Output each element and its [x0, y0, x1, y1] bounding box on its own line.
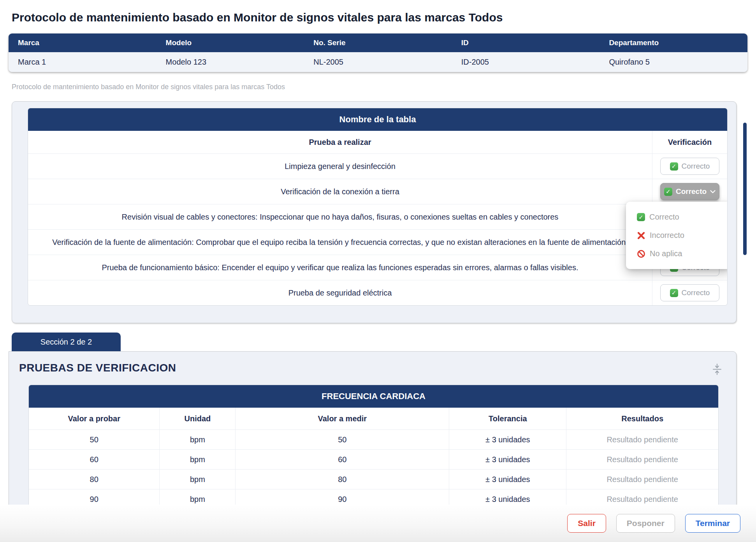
table-row: Prueba de seguridad eléctrica ✓ Correcto [28, 280, 727, 305]
no-entry-icon [637, 250, 645, 258]
check-icon: ✓ [637, 213, 645, 221]
collapse-section-button[interactable] [710, 362, 724, 378]
equipment-table-header: Marca Modelo No. Serie ID Departamento [9, 33, 747, 52]
result-pending: Resultado pendiente [566, 430, 718, 449]
table-row: Revisión visual de cables y conectores: … [28, 204, 727, 230]
table-row: Verificación de la fuente de alimentació… [28, 230, 727, 255]
col-marca: Marca [9, 39, 156, 47]
section2-heading: PRUEBAS DE VERIFICACION [19, 362, 176, 374]
menu-item-incorrecto[interactable]: Incorrecto [626, 226, 728, 245]
table-row: 60 bpm 60 ± 3 unidades Resultado pendien… [29, 450, 718, 470]
col-valor-a-probar: Valor a probar [29, 408, 160, 429]
verification-dropdown-menu: ✓ Correcto Incorrecto [626, 202, 728, 269]
exit-button[interactable]: Salir [567, 514, 606, 533]
maintenance-protocol-screen: Protocolo de mantenimiento basado en Mon… [0, 0, 756, 542]
value-id: ID-2005 [452, 58, 600, 67]
verification-dropdown-button-open[interactable]: ✓ Correcto [660, 183, 719, 200]
result-pending: Resultado pendiente [566, 470, 718, 489]
finish-button[interactable]: Terminar [685, 514, 740, 533]
col-departamento: Departamento [600, 39, 747, 47]
check-icon: ✓ [664, 188, 672, 196]
test-label: Revisión visual de cables y conectores: … [28, 204, 652, 229]
footer-action-bar: Salir Posponer Terminar [0, 505, 756, 542]
page-scrollbar-thumb[interactable] [743, 123, 747, 255]
table-row: 50 bpm 50 ± 3 unidades Resultado pendien… [29, 430, 718, 450]
table-row: Verificación de la conexión a tierra ✓ C… [28, 179, 727, 204]
cross-icon [637, 231, 645, 240]
verification-value: Correcto [682, 162, 710, 171]
protocol-subtitle: Protocolo de mantenimiento basado en Mon… [12, 83, 756, 91]
section1-card: Nombre de la tabla Prueba a realizar Ver… [12, 101, 737, 323]
table-row: Prueba de funcionamiento básico: Encende… [28, 255, 727, 280]
col-valor-a-medir: Valor a medir [236, 408, 449, 429]
chevron-down-icon [710, 190, 716, 194]
col-prueba: Prueba a realizar [28, 131, 652, 153]
collapse-vertical-icon [711, 363, 723, 375]
value-no-serie: NL-2005 [304, 58, 452, 67]
value-marca: Marca 1 [9, 58, 156, 67]
test-label: Limpieza general y desinfección [28, 154, 652, 179]
frecuencia-cardiaca-table: FRECUENCIA CARDIACA Valor a probar Unida… [28, 385, 719, 510]
tests-table-header: Prueba a realizar Verificación [28, 131, 727, 154]
verification-value: Correcto [682, 289, 710, 297]
postpone-button[interactable]: Posponer [616, 514, 675, 533]
table-row: Limpieza general y desinfección ✓ Correc… [28, 154, 727, 179]
check-icon: ✓ [670, 162, 678, 171]
verification-value: Correcto [676, 187, 707, 196]
col-verificacion: Verificación [652, 131, 727, 153]
col-no-serie: No. Serie [304, 39, 452, 47]
page-title: Protocolo de mantenimiento basado en Mon… [0, 0, 756, 33]
col-tolerancia: Tolerancia [449, 408, 566, 429]
tests-table: Nombre de la tabla Prueba a realizar Ver… [28, 108, 728, 306]
col-resultados: Resultados [566, 408, 718, 429]
frecuencia-table-title: FRECUENCIA CARDIACA [29, 385, 718, 408]
check-icon: ✓ [670, 289, 678, 297]
equipment-table: Marca Modelo No. Serie ID Departamento M… [9, 33, 747, 72]
value-modelo: Modelo 123 [156, 58, 304, 67]
test-label: Prueba de seguridad eléctrica [28, 280, 652, 305]
frecuencia-table-header: Valor a probar Unidad Valor a medir Tole… [29, 408, 718, 430]
table-row: 80 bpm 80 ± 3 unidades Resultado pendien… [29, 470, 718, 489]
col-unidad: Unidad [160, 408, 236, 429]
test-label: Prueba de funcionamiento básico: Encende… [28, 255, 652, 280]
verification-dropdown-button[interactable]: ✓ Correcto [660, 284, 719, 301]
result-pending: Resultado pendiente [566, 450, 718, 469]
col-modelo: Modelo [156, 39, 304, 47]
col-id: ID [452, 39, 600, 47]
equipment-row: Marca 1 Modelo 123 NL-2005 ID-2005 Quiro… [9, 52, 747, 72]
menu-item-no-aplica[interactable]: No aplica [626, 245, 728, 263]
test-label: Verificación de la fuente de alimentació… [28, 230, 652, 255]
menu-item-correcto[interactable]: ✓ Correcto [626, 208, 728, 226]
test-label: Verificación de la conexión a tierra [28, 179, 652, 204]
tests-table-title: Nombre de la tabla [28, 108, 727, 131]
value-departamento: Quirofano 5 [600, 58, 747, 67]
verification-dropdown-button[interactable]: ✓ Correcto [660, 158, 719, 175]
tab-section-2[interactable]: Sección 2 de 2 [12, 333, 121, 351]
